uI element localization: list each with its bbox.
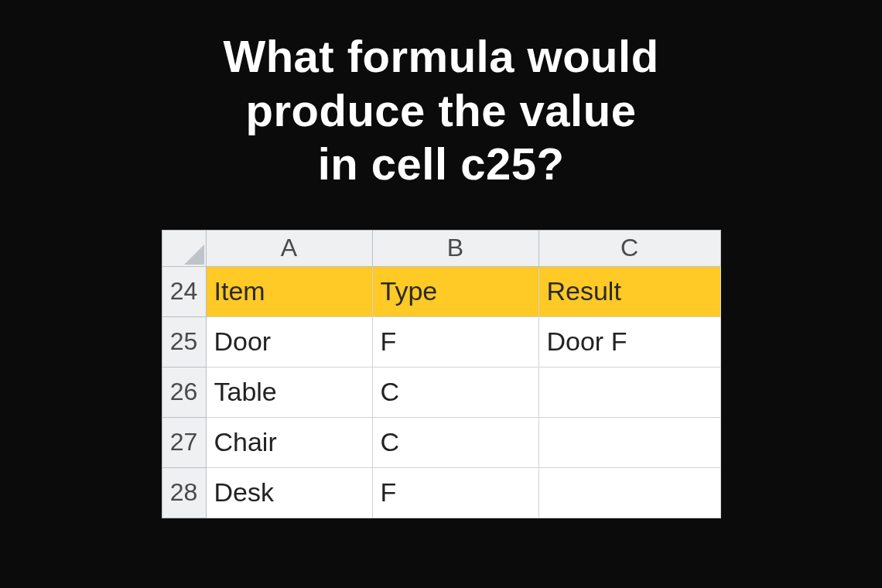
cell-b25[interactable]: F: [372, 316, 538, 367]
table-row: 24 Item Type Result: [162, 266, 720, 316]
table-row: 28 Desk F: [162, 467, 720, 518]
question-text: What formula would produce the value in …: [223, 29, 658, 191]
cell-b26[interactable]: C: [372, 367, 538, 417]
select-all-corner[interactable]: [162, 230, 206, 266]
cell-b28[interactable]: F: [372, 467, 538, 518]
cell-a26[interactable]: Table: [206, 367, 372, 417]
table-row: 26 Table C: [162, 367, 720, 417]
cell-b27[interactable]: C: [372, 417, 538, 467]
cell-c24[interactable]: Result: [538, 266, 720, 316]
cell-c27[interactable]: [538, 417, 720, 467]
question-line-1: What formula would: [223, 31, 658, 81]
svg-marker-0: [184, 244, 204, 265]
cell-c25[interactable]: Door F: [538, 316, 720, 367]
column-header-a[interactable]: A: [206, 230, 372, 266]
spreadsheet-table: A B C 24 Item Type Result 25 Door F Door…: [162, 230, 721, 518]
cell-a28[interactable]: Desk: [206, 467, 372, 518]
cell-a27[interactable]: Chair: [206, 417, 372, 467]
column-header-b[interactable]: B: [372, 230, 538, 266]
row-header-28[interactable]: 28: [162, 467, 206, 518]
row-header-26[interactable]: 26: [162, 367, 206, 417]
spreadsheet-container: A B C 24 Item Type Result 25 Door F Door…: [162, 230, 721, 518]
row-header-27[interactable]: 27: [162, 417, 206, 467]
row-header-24[interactable]: 24: [162, 266, 206, 316]
question-line-2: produce the value: [246, 85, 637, 135]
cell-a25[interactable]: Door: [206, 316, 372, 367]
slide-stage: What formula would produce the value in …: [0, 0, 882, 588]
cell-c26[interactable]: [538, 367, 720, 417]
cell-a24[interactable]: Item: [206, 266, 372, 316]
cell-c28[interactable]: [538, 467, 720, 518]
column-header-row: A B C: [162, 230, 720, 266]
row-header-25[interactable]: 25: [162, 316, 206, 367]
table-row: 25 Door F Door F: [162, 316, 720, 367]
select-all-triangle-icon: [184, 244, 204, 265]
cell-b24[interactable]: Type: [372, 266, 538, 316]
column-header-c[interactable]: C: [538, 230, 720, 266]
question-line-3: in cell c25?: [318, 138, 565, 189]
table-row: 27 Chair C: [162, 417, 720, 467]
